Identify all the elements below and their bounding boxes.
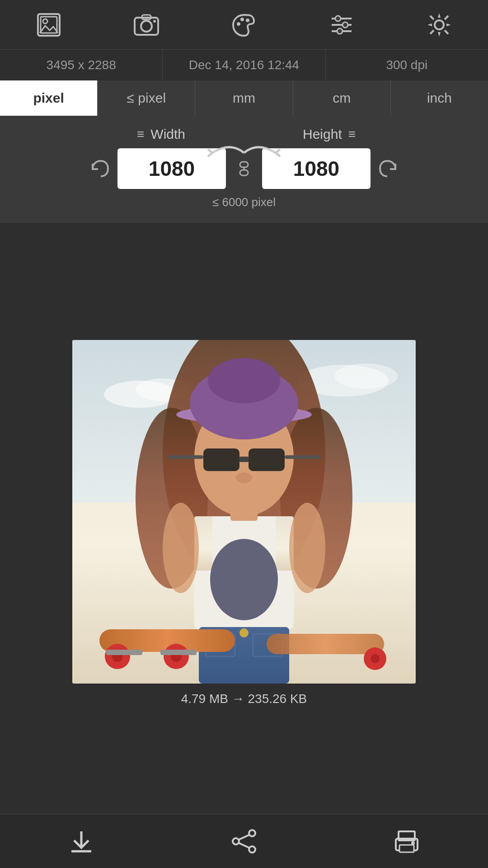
- image-area: 4.79 MB → 235.26 KB: [0, 223, 488, 814]
- svg-point-70: [411, 841, 415, 845]
- dpi-info: 300 dpi: [326, 50, 488, 80]
- print-button[interactable]: [380, 823, 434, 859]
- svg-point-2: [43, 19, 47, 24]
- svg-rect-69: [399, 845, 414, 852]
- height-label-section: Height ≡: [294, 127, 479, 142]
- download-button[interactable]: [54, 823, 108, 859]
- svg-point-9: [246, 19, 249, 22]
- top-toolbar: [0, 0, 488, 50]
- svg-line-65: [239, 835, 249, 840]
- input-row: [9, 148, 479, 189]
- palette-button[interactable]: [226, 7, 262, 43]
- svg-rect-13: [335, 16, 341, 21]
- svg-point-4: [141, 21, 152, 32]
- svg-rect-14: [343, 22, 348, 28]
- svg-point-63: [249, 830, 255, 836]
- svg-point-64: [249, 846, 255, 853]
- tab-cm[interactable]: cm: [293, 80, 391, 116]
- tab-inch[interactable]: inch: [391, 80, 488, 116]
- swap-arrows: [194, 139, 294, 168]
- width-label: Width: [150, 127, 185, 142]
- gallery-button[interactable]: [31, 7, 67, 43]
- svg-rect-60: [72, 340, 416, 684]
- info-bar: 3495 x 2288 Dec 14, 2016 12:44 300 dpi: [0, 50, 488, 80]
- tab-le-pixel[interactable]: ≤ pixel: [98, 80, 195, 116]
- svg-rect-15: [337, 28, 343, 34]
- svg-point-6: [153, 20, 156, 23]
- tab-mm[interactable]: mm: [195, 80, 293, 116]
- svg-point-8: [240, 18, 244, 21]
- width-label-section: ≡ Width: [9, 127, 194, 142]
- width-menu-icon[interactable]: ≡: [137, 127, 144, 142]
- bottom-toolbar: [0, 814, 488, 868]
- camera-button[interactable]: [128, 7, 164, 43]
- file-size-text: 4.79 MB → 235.26 KB: [181, 692, 307, 706]
- resize-controls: ≡ Width Height ≡: [0, 116, 488, 223]
- svg-point-7: [237, 22, 240, 26]
- redo-button[interactable]: [371, 151, 407, 187]
- svg-line-66: [239, 843, 249, 848]
- height-menu-icon[interactable]: ≡: [348, 127, 356, 142]
- date-text: Dec 14, 2016 12:44: [189, 58, 299, 72]
- sliders-button[interactable]: [324, 7, 360, 43]
- dpi-text: 300 dpi: [386, 58, 427, 72]
- resolution-text: 3495 x 2288: [47, 58, 116, 72]
- height-label: Height: [303, 127, 342, 142]
- settings-button[interactable]: [421, 7, 457, 43]
- svg-rect-18: [240, 170, 248, 175]
- share-button[interactable]: [217, 823, 271, 859]
- date-info: Dec 14, 2016 12:44: [163, 50, 325, 80]
- constraint-text: ≤ 6000 pixel: [212, 195, 276, 209]
- unit-tabs: pixel ≤ pixel mm cm inch: [0, 80, 488, 116]
- svg-rect-1: [41, 17, 57, 33]
- svg-point-16: [435, 20, 444, 29]
- image-preview: [72, 340, 416, 684]
- resolution-info: 3495 x 2288: [0, 50, 163, 80]
- svg-point-62: [233, 838, 239, 844]
- undo-button[interactable]: [81, 151, 117, 187]
- tab-pixel[interactable]: pixel: [0, 80, 98, 116]
